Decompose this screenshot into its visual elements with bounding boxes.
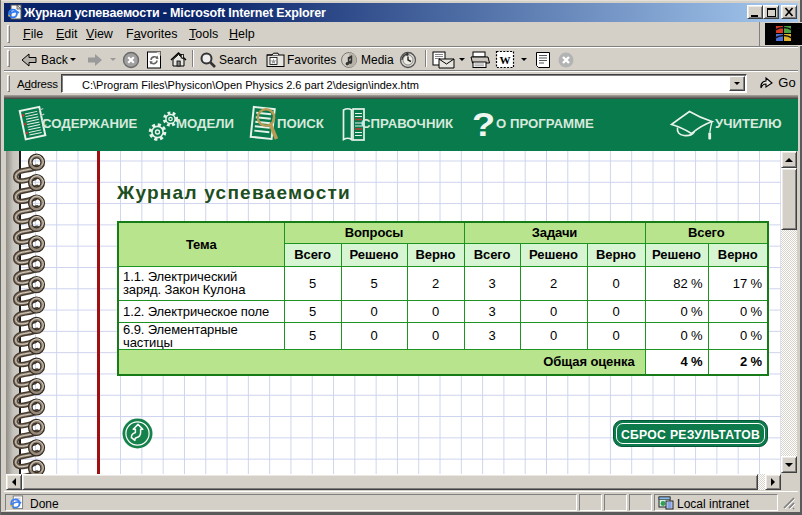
svg-text:W: W	[500, 54, 511, 66]
